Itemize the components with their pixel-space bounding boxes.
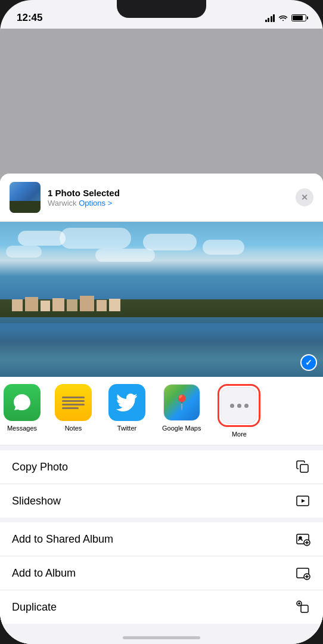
dot-1 (230, 404, 234, 408)
add-shared-album-label: Add to Shared Album (12, 533, 113, 546)
maps-app-icon: 📍 (163, 384, 200, 421)
maps-pin-icon: 📍 (173, 394, 191, 411)
phone-frame: 12:45 (0, 0, 323, 644)
more-app-icon (220, 387, 257, 424)
location-name: Warwick (48, 199, 77, 208)
notes-label: Notes (65, 425, 82, 432)
photo-houses (12, 293, 311, 311)
group-divider-1 (0, 445, 323, 450)
add-album-label: Add to Album (12, 567, 76, 580)
messages-label: Messages (7, 425, 37, 432)
copy-photo-label: Copy Photo (12, 461, 68, 473)
header-text: 1 Photo Selected Warwick Options > (48, 188, 288, 208)
duplicate-icon (294, 599, 311, 615)
slideshow-icon (294, 493, 311, 509)
close-button[interactable]: ✕ (296, 188, 313, 206)
share-header: 1 Photo Selected Warwick Options > ✕ (0, 174, 323, 222)
options-link[interactable]: Options > (79, 199, 112, 208)
slideshow-item[interactable]: Slideshow (0, 484, 323, 518)
shared-album-icon (294, 531, 311, 547)
notes-lines (57, 392, 89, 414)
more-highlight (218, 384, 260, 427)
screen-content: 1 Photo Selected Warwick Options > ✕ (0, 29, 323, 644)
close-icon: ✕ (301, 193, 308, 202)
sidebar-item-messages[interactable]: Messages (0, 384, 46, 438)
duplicate-label: Duplicate (12, 601, 57, 614)
maps-label: Google Maps (162, 425, 201, 432)
status-icons (265, 13, 307, 23)
copy-photo-icon (294, 459, 311, 475)
messages-icon (4, 384, 41, 421)
share-panel: 1 Photo Selected Warwick Options > ✕ (0, 174, 323, 644)
header-title: 1 Photo Selected (48, 188, 288, 198)
add-album-icon (294, 565, 311, 581)
action-list-1: Copy Photo Slideshow (0, 450, 323, 518)
dot-2 (237, 404, 241, 408)
large-photo: ✓ (0, 222, 323, 377)
selection-checkmark: ✓ (300, 354, 317, 371)
svg-rect-12 (301, 605, 308, 612)
notch (117, 0, 206, 18)
app-icon-twitter[interactable]: Twitter (100, 384, 154, 438)
twitter-app-icon (108, 384, 145, 421)
photo-clouds (0, 228, 323, 275)
photo-thumbnail (10, 182, 41, 213)
more-label: More (232, 431, 247, 438)
home-indicator[interactable] (123, 636, 200, 639)
duplicate-item[interactable]: Duplicate (0, 590, 323, 624)
action-list-2: Add to Shared Album (0, 522, 323, 624)
group-divider-2 (0, 518, 323, 522)
app-icon-notes[interactable]: Notes (46, 384, 100, 438)
status-time: 12:45 (17, 12, 42, 24)
app-icons-row: Messages Notes (0, 377, 323, 445)
svg-marker-2 (302, 499, 305, 503)
share-sheet: 1 Photo Selected Warwick Options > ✕ (0, 29, 323, 644)
bottom-spacer (0, 624, 323, 644)
slideshow-label: Slideshow (12, 495, 61, 507)
three-dots-icon (230, 404, 249, 408)
wifi-icon (278, 13, 288, 23)
dot-3 (244, 404, 249, 408)
battery-icon (291, 14, 306, 21)
thumb-image (10, 182, 41, 213)
add-shared-album-item[interactable]: Add to Shared Album (0, 522, 323, 556)
thumb-trees (10, 201, 41, 213)
add-album-item[interactable]: Add to Album (0, 556, 323, 590)
copy-photo-item[interactable]: Copy Photo (0, 450, 323, 484)
notes-app-icon (55, 384, 92, 421)
maps-content: 📍 (164, 385, 200, 420)
app-icon-more[interactable]: More (209, 384, 269, 438)
checkmark-icon: ✓ (305, 358, 312, 367)
photo-water (0, 317, 323, 377)
svg-rect-0 (300, 465, 308, 472)
twitter-label: Twitter (117, 425, 136, 432)
signal-icon (265, 14, 275, 22)
app-icon-maps[interactable]: 📍 Google Maps (154, 384, 209, 438)
header-subtitle: Warwick Options > (48, 199, 288, 208)
